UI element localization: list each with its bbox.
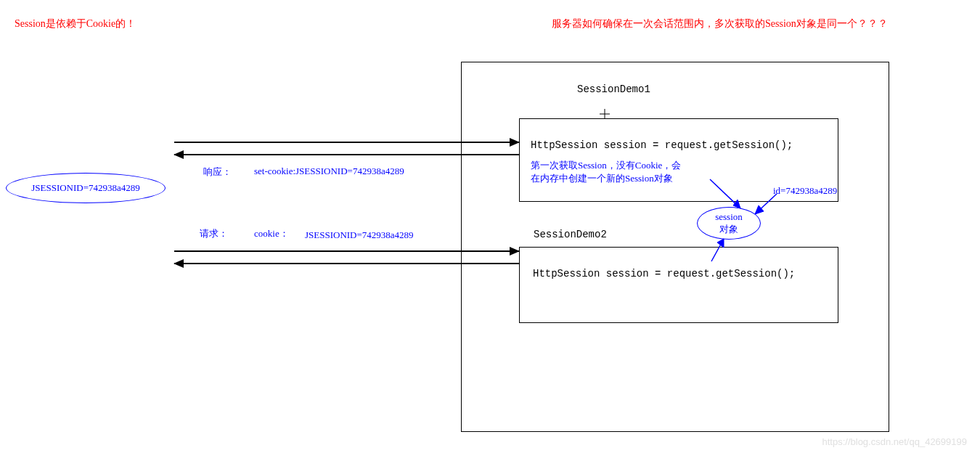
demo2-box: HttpSession session = request.getSession… bbox=[519, 247, 838, 323]
request-cookie-prefix: cookie： bbox=[254, 227, 289, 240]
arrow-id-to-session-icon bbox=[748, 192, 784, 221]
demo1-code: HttpSession session = request.getSession… bbox=[531, 139, 793, 151]
demo1-note-line1: 第一次获取Session，没有Cookie，会 bbox=[531, 159, 681, 172]
client-cookie-ellipse: JSESSIONID=742938a4289 bbox=[6, 173, 166, 203]
session-obj-line2: 对象 bbox=[715, 224, 743, 236]
demo1-title: SessionDemo1 bbox=[577, 83, 650, 95]
arrow-response-demo1 bbox=[174, 154, 519, 155]
arrow-request-demo2 bbox=[174, 250, 519, 252]
demo1-note-line2: 在内存中创建一个新的Session对象 bbox=[531, 172, 673, 185]
svg-marker-7 bbox=[717, 239, 724, 248]
client-cookie-text: JSESSIONID=742938a4289 bbox=[31, 182, 140, 195]
svg-marker-3 bbox=[733, 200, 740, 208]
arrow-request-demo1 bbox=[174, 142, 519, 143]
request-label: 请求： bbox=[200, 227, 228, 240]
title-right: 服务器如何确保在一次会话范围内，多次获取的Session对象是同一个？？？ bbox=[552, 17, 888, 30]
response-cookie: set-cookie:JSESSIONID=742938a4289 bbox=[254, 166, 404, 177]
watermark: https://blog.csdn.net/qq_42699199 bbox=[822, 436, 968, 447]
demo2-title: SessionDemo2 bbox=[534, 229, 607, 240]
response-label: 响应： bbox=[203, 166, 232, 179]
cross-mark-icon bbox=[600, 109, 610, 119]
request-cookie-value: JSESSIONID=742938a4289 bbox=[305, 229, 414, 241]
demo2-code: HttpSession session = request.getSession… bbox=[533, 268, 795, 279]
arrow-response-demo2 bbox=[174, 263, 519, 264]
arrow-demo2-to-session-icon bbox=[708, 236, 744, 265]
title-left: Session是依赖于Cookie的！ bbox=[15, 17, 136, 30]
